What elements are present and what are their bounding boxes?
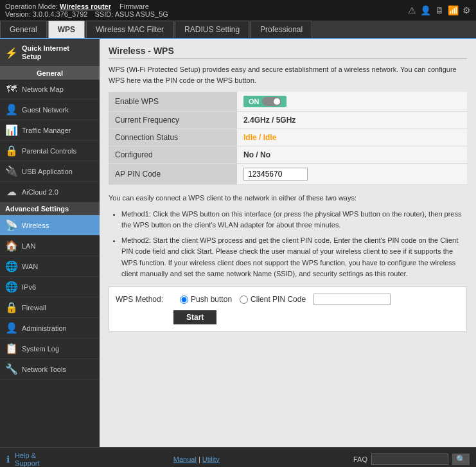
sidebar-section-advanced: Advanced Settings bbox=[0, 202, 100, 215]
bottom-left: ℹ Help &Support bbox=[6, 452, 40, 467]
toggle-on-label: ON bbox=[249, 98, 260, 105]
top-bar: Operation Mode: Wireless router Firmware… bbox=[0, 0, 476, 21]
radio-push-button-input[interactable] bbox=[180, 295, 188, 304]
start-button[interactable]: Start bbox=[173, 310, 216, 324]
tab-radius-setting[interactable]: RADIUS Setting bbox=[175, 21, 249, 38]
lan-icon: 🏠 bbox=[5, 240, 18, 252]
help-icon: ℹ bbox=[6, 454, 10, 464]
wps-method-section: WPS Method: Push button Client PIN Code bbox=[109, 286, 467, 331]
method-1: Method1: Click the WPS button on this in… bbox=[121, 209, 467, 231]
sidebar-item-usb-application[interactable]: 🔌 USB Application bbox=[0, 161, 100, 182]
sidebar-item-label: Administration bbox=[22, 324, 67, 332]
sidebar-item-label: Firewall bbox=[22, 304, 46, 312]
quick-setup-icon: ⚡ bbox=[5, 47, 18, 59]
network-tools-icon: 🔧 bbox=[5, 363, 18, 375]
setting-value-configured: No / No bbox=[237, 146, 467, 164]
traffic-manager-icon: 📊 bbox=[5, 124, 18, 136]
user-icon[interactable]: 👤 bbox=[420, 5, 431, 15]
manual-link[interactable]: Manual bbox=[173, 455, 197, 463]
setting-label-connection-status: Connection Status bbox=[109, 129, 237, 146]
ssid-label: SSID: bbox=[95, 10, 114, 18]
tab-general[interactable]: General bbox=[0, 21, 47, 38]
sidebar-item-administration[interactable]: 👤 Administration bbox=[0, 318, 100, 339]
sidebar-item-label: Network Tools bbox=[22, 366, 66, 373]
toggle-slider bbox=[262, 97, 281, 106]
utility-link[interactable]: Utility bbox=[202, 455, 220, 463]
page-description: WPS (Wi-Fi Protected Setup) provides eas… bbox=[109, 64, 467, 85]
sidebar-item-ipv6[interactable]: 🌐 IPv6 bbox=[0, 277, 100, 297]
tab-bar: General WPS Wireless MAC Filter RADIUS S… bbox=[0, 21, 476, 39]
sidebar-item-label: USB Application bbox=[22, 168, 73, 175]
sidebar-item-wireless[interactable]: 📡 Wireless bbox=[0, 215, 100, 236]
client-pin-code-input[interactable] bbox=[313, 294, 391, 305]
method-2: Method2: Start the client WPS process an… bbox=[121, 235, 467, 280]
page-title: Wireless - WPS bbox=[109, 46, 467, 59]
ap-pin-code-input[interactable] bbox=[243, 168, 308, 181]
wifi-icon[interactable]: 📶 bbox=[448, 5, 459, 15]
radio-client-pin-code[interactable]: Client PIN Code bbox=[240, 295, 306, 304]
connection-status-value: Idle / Idle bbox=[243, 133, 276, 142]
sidebar-item-parental-controls[interactable]: 🔒 Parental Controls bbox=[0, 141, 100, 161]
sidebar-item-aicloud[interactable]: ☁ AiCloud 2.0 bbox=[0, 182, 100, 202]
radio-client-pin-label: Client PIN Code bbox=[251, 295, 306, 304]
help-support-link[interactable]: Help &Support bbox=[15, 452, 40, 467]
frequency-value: 2.4GHz / 5GHz bbox=[243, 116, 295, 125]
sidebar-item-system-log[interactable]: 📋 System Log bbox=[0, 339, 100, 359]
sidebar-item-label: AiCloud 2.0 bbox=[22, 188, 58, 196]
sidebar-item-label: System Log bbox=[22, 345, 59, 353]
setting-value-connection-status: Idle / Idle bbox=[237, 129, 467, 146]
sidebar-item-label: WAN bbox=[22, 263, 38, 270]
wps-method-row: WPS Method: Push button Client PIN Code bbox=[116, 294, 460, 305]
sidebar-item-network-tools[interactable]: 🔧 Network Tools bbox=[0, 359, 100, 380]
sidebar-item-label: Traffic Manager bbox=[22, 127, 71, 134]
faq-label: FAQ bbox=[353, 455, 367, 463]
setting-row-pin-code: AP PIN Code bbox=[109, 164, 467, 185]
router-icon[interactable]: 🖥 bbox=[435, 5, 444, 15]
setting-value-enable-wps: ON bbox=[237, 92, 467, 112]
wireless-icon: 📡 bbox=[5, 219, 18, 231]
sidebar-item-quick-internet-setup[interactable]: ⚡ Quick InternetSetup bbox=[0, 39, 100, 67]
firewall-icon: 🔒 bbox=[5, 301, 18, 313]
network-map-icon: 🗺 bbox=[5, 84, 18, 95]
sidebar-item-network-map[interactable]: 🗺 Network Map bbox=[0, 80, 100, 100]
sidebar-item-label: Guest Network bbox=[22, 106, 69, 114]
faq-search-input[interactable] bbox=[371, 454, 448, 465]
radio-push-button[interactable]: Push button bbox=[180, 295, 232, 304]
firmware-label: Firmware bbox=[119, 3, 149, 10]
aicloud-icon: ☁ bbox=[5, 186, 18, 198]
setting-label-configured: Configured bbox=[109, 146, 237, 164]
wps-method-label: WPS Method: bbox=[116, 295, 173, 304]
info-text: You can easily connect a WPS client to t… bbox=[109, 193, 467, 204]
content-area: Wireless - WPS WPS (Wi-Fi Protected Setu… bbox=[100, 39, 476, 447]
settings-icon[interactable]: ⚙ bbox=[463, 5, 471, 15]
page-content: Wireless - WPS WPS (Wi-Fi Protected Setu… bbox=[100, 39, 476, 447]
radio-client-pin-code-input[interactable] bbox=[240, 295, 248, 304]
bottom-bar: ℹ Help &Support Manual | Utility FAQ 🔍 bbox=[0, 447, 476, 467]
parental-controls-icon: 🔒 bbox=[5, 145, 18, 157]
setting-row-frequency: Current Frequency 2.4GHz / 5GHz bbox=[109, 112, 467, 129]
sidebar-item-label: Parental Controls bbox=[22, 147, 76, 155]
configured-value: No / No bbox=[243, 150, 270, 159]
setting-label-enable-wps: Enable WPS bbox=[109, 92, 237, 112]
wan-icon: 🌐 bbox=[5, 260, 18, 272]
sidebar-item-wan[interactable]: 🌐 WAN bbox=[0, 256, 100, 277]
setting-label-pin-code: AP PIN Code bbox=[109, 164, 237, 185]
ipv6-icon: 🌐 bbox=[5, 281, 18, 293]
sidebar-item-traffic-manager[interactable]: 📊 Traffic Manager bbox=[0, 120, 100, 141]
operation-mode-value: Wireless router bbox=[60, 3, 111, 10]
tab-professional[interactable]: Professional bbox=[251, 21, 312, 38]
sidebar-item-firewall[interactable]: 🔒 Firewall bbox=[0, 297, 100, 318]
system-log-icon: 📋 bbox=[5, 342, 18, 355]
bottom-right: FAQ 🔍 bbox=[353, 454, 470, 465]
tab-wps[interactable]: WPS bbox=[48, 21, 85, 38]
administration-icon: 👤 bbox=[5, 322, 18, 334]
sidebar-item-guest-network[interactable]: 👤 Guest Network bbox=[0, 100, 100, 120]
faq-search-button[interactable]: 🔍 bbox=[452, 454, 470, 465]
enable-wps-toggle[interactable]: ON bbox=[243, 96, 286, 107]
tab-wireless-mac-filter[interactable]: Wireless MAC Filter bbox=[86, 21, 173, 38]
warning-icon[interactable]: ⚠ bbox=[408, 5, 416, 15]
sidebar-item-lan[interactable]: 🏠 LAN bbox=[0, 236, 100, 256]
setting-row-configured: Configured No / No bbox=[109, 146, 467, 164]
ssid-value: ASUS ASUS_5G bbox=[115, 10, 168, 18]
sidebar-item-label: Network Map bbox=[22, 85, 64, 93]
